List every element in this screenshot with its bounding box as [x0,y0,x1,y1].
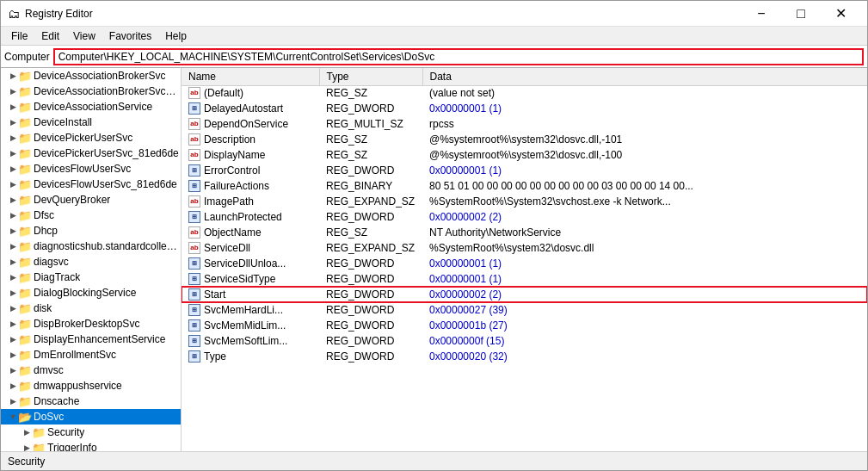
expander-icon[interactable]: ▶ [8,272,18,282]
expander-icon[interactable]: ▶ [8,396,18,406]
cell-type: REG_DWORD [319,349,422,364]
table-row[interactable]: ⊞StartREG_DWORD0x00000002 (2) [182,287,867,302]
expander-icon[interactable]: ▶ [8,319,18,329]
cell-name: ⊞SvcMemHardLi... [182,302,319,318]
tree-item-dispbrokerdesktopsvc[interactable]: ▶📁DispBrokerDesktopSvc [1,316,181,332]
expander-icon[interactable]: ▶ [8,257,18,267]
cell-name: ⊞Start [182,287,319,302]
expander-icon[interactable]: ▶ [8,86,18,96]
tree-item-dhcp[interactable]: ▶📁Dhcp [1,223,181,239]
close-button[interactable]: ✕ [821,1,860,27]
expander-icon[interactable]: ▶ [8,117,18,127]
expander-icon[interactable]: ▶ [8,195,18,205]
expander-icon[interactable]: ▶ [8,133,18,143]
tree-item-label: diagnosticshub.standardcollector.s [34,240,181,252]
tree-item-dmvsc[interactable]: ▶📁dmvsc [1,363,181,378]
tree-item-devicepickerusersvc-81ed6de[interactable]: ▶📁DevicePickerUserSvc_81ed6de [1,146,181,161]
menu-favorites[interactable]: Favorites [102,28,158,44]
expander-icon[interactable]: ▶ [8,334,18,344]
expander-icon[interactable]: ▶ [8,303,18,313]
tree-item-devicesflowusersvc[interactable]: ▶📁DevicesFlowUserSvc [1,161,181,177]
col-header-data[interactable]: Data [422,68,867,85]
table-row[interactable]: ⊞SvcMemSoftLim...REG_DWORD0x0000000f (15… [182,333,867,349]
tree-item-label: DiagTrack [34,271,80,283]
tree-item-deviceassociationbrokersvc-81ed6[interactable]: ▶📁DeviceAssociationBrokerSvc_81ed6 [1,84,181,99]
cell-type: REG_SZ [319,132,422,147]
table-row[interactable]: abDisplayNameREG_SZ@%systemroot%\system3… [182,147,867,163]
table-row[interactable]: ⊞LaunchProtectedREG_DWORD0x00000002 (2) [182,209,867,225]
menu-file[interactable]: File [4,28,34,44]
menu-help[interactable]: Help [158,28,194,44]
expander-icon[interactable]: ▶ [8,102,18,112]
col-header-type[interactable]: Type [319,68,422,85]
table-row[interactable]: ⊞SvcMemHardLi...REG_DWORD0x00000027 (39) [182,302,867,318]
expander-icon[interactable]: ▼ [8,412,18,422]
cell-data: rpcss [422,116,867,132]
expander-icon[interactable]: ▶ [8,179,18,189]
expander-icon[interactable]: ▶ [8,350,18,360]
cell-type: REG_SZ [319,225,422,240]
table-row[interactable]: ⊞ServiceSidTypeREG_DWORD0x00000001 (1) [182,271,867,287]
table-row[interactable]: ⊞SvcMemMidLim...REG_DWORD0x0000001b (27) [182,318,867,333]
tree-item-dfsc[interactable]: ▶📁Dfsc [1,208,181,223]
folder-closed-icon: 📁 [18,225,32,238]
table-row[interactable]: ⊞FailureActionsREG_BINARY80 51 01 00 00 … [182,178,867,194]
cell-name: ⊞ErrorControl [182,163,319,178]
tree-item-diagnosticshub-standardcollector-s[interactable]: ▶📁diagnosticshub.standardcollector.s [1,239,181,254]
tree-item-label: DevicesFlowUserSvc [34,163,131,175]
expander-icon[interactable]: ▶ [8,71,18,81]
table-row[interactable]: abImagePathREG_EXPAND_SZ%SystemRoot%\Sys… [182,194,867,209]
tree-item-dnscache[interactable]: ▶📁Dnscache [1,394,181,409]
tree-item-displayenhancementservice[interactable]: ▶📁DisplayEnhancementService [1,332,181,347]
menu-edit[interactable]: Edit [34,28,66,44]
expander-icon[interactable]: ▶ [8,148,18,158]
table-row[interactable]: ⊞TypeREG_DWORD0x00000020 (32) [182,349,867,364]
expander-icon[interactable]: ▶ [8,241,18,251]
tree-item-label: DevQueryBroker [34,194,110,206]
address-input[interactable] [53,48,864,65]
expander-icon[interactable]: ▶ [8,365,18,375]
table-row[interactable]: ab(Default)REG_SZ(value not set) [182,85,867,101]
tree-item-deviceinstall[interactable]: ▶📁DeviceInstall [1,115,181,130]
table-row[interactable]: abDescriptionREG_SZ@%systemroot%\system3… [182,132,867,147]
tree-item-deviceassociationbrokersvc[interactable]: ▶📁DeviceAssociationBrokerSvc [1,68,181,84]
cell-type: REG_EXPAND_SZ [319,194,422,209]
status-bar: Security [1,451,867,470]
sidebar-tree: ▶📁DeviceAssociationBrokerSvc▶📁DeviceAsso… [1,68,182,451]
tree-item-triggerinfo[interactable]: ▶📁TriggerInfo [1,440,181,451]
expander-icon[interactable]: ▶ [8,210,18,220]
expander-icon[interactable]: ▶ [8,226,18,236]
cell-name: abDisplayName [182,147,319,163]
tree-item-dosvc[interactable]: ▼📂DoSvc [1,409,181,425]
expander-icon[interactable]: ▶ [8,288,18,298]
tree-item-deviceassociationservice[interactable]: ▶📁DeviceAssociationService [1,99,181,115]
tree-item-devicesflowusersvc-81ed6de[interactable]: ▶📁DevicesFlowUserSvc_81ed6de [1,177,181,192]
tree-item-dialogblockingservice[interactable]: ▶📁DialogBlockingService [1,285,181,301]
tree-item-label: Dnscache [34,395,79,407]
tree-item-label: DispBrokerDesktopSvc [34,318,139,330]
tree-item-dmwappushservice[interactable]: ▶📁dmwappushservice [1,378,181,394]
table-row[interactable]: ⊞ErrorControlREG_DWORD0x00000001 (1) [182,163,867,178]
tree-item-diagtrack[interactable]: ▶📁DiagTrack [1,270,181,285]
tree-item-security[interactable]: ▶📁Security [1,425,181,440]
tree-item-diagsvc[interactable]: ▶📁diagsvc [1,254,181,270]
tree-item-disk[interactable]: ▶📁disk [1,301,181,316]
table-row[interactable]: abObjectNameREG_SZNT Authority\NetworkSe… [182,225,867,240]
cell-name: ab(Default) [182,85,319,101]
table-row[interactable]: abDependOnServiceREG_MULTI_SZrpcss [182,116,867,132]
minimize-button[interactable]: − [742,1,781,27]
table-row[interactable]: ⊞ServiceDllUnloa...REG_DWORD0x00000001 (… [182,256,867,271]
expander-icon[interactable]: ▶ [22,443,32,451]
maximize-button[interactable]: □ [781,1,821,27]
address-label: Computer [4,51,50,63]
table-row[interactable]: ⊞DelayedAutostartREG_DWORD0x00000001 (1) [182,101,867,116]
col-header-name[interactable]: Name [182,68,319,85]
expander-icon[interactable]: ▶ [8,381,18,391]
table-row[interactable]: abServiceDllREG_EXPAND_SZ%SystemRoot%\sy… [182,240,867,256]
tree-item-devquerybroker[interactable]: ▶📁DevQueryBroker [1,192,181,208]
tree-item-dmenrollmentsvc[interactable]: ▶📁DmEnrollmentSvc [1,347,181,363]
tree-item-devicepickerusersvc[interactable]: ▶📁DevicePickerUserSvc [1,130,181,146]
expander-icon[interactable]: ▶ [8,164,18,174]
expander-icon[interactable]: ▶ [22,427,32,437]
menu-view[interactable]: View [66,28,102,44]
